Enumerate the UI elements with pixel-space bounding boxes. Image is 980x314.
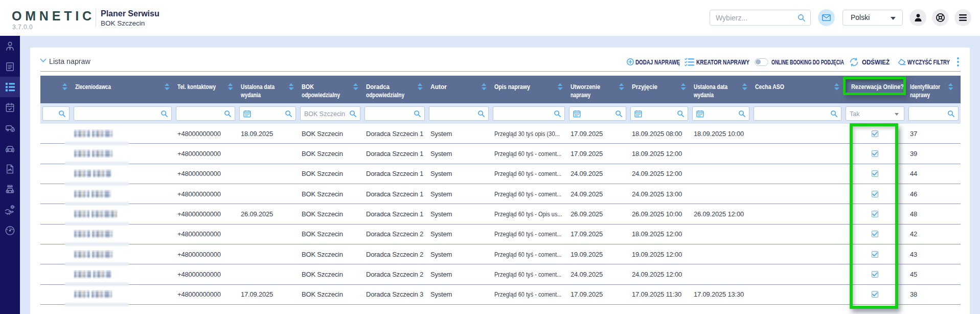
filter-search-col-actions[interactable] (42, 106, 70, 121)
redacted-client-name (74, 149, 171, 158)
table-row[interactable]: +48000000000BOK SzczecinDoradca Szczecin… (40, 164, 961, 184)
sidebar-item-orders[interactable] (0, 56, 20, 77)
global-search-input[interactable] (716, 11, 797, 25)
table-row[interactable]: +4800000000017.09.2025BOK SzczecinDoradc… (40, 285, 961, 305)
cell-col-identyfikator: 43 (906, 251, 961, 258)
filter-cell-col-tel (174, 103, 237, 124)
sidebar-item-services[interactable] (0, 199, 20, 220)
filter-search-col-zleceniodawca[interactable] (74, 106, 172, 121)
filter-date-col-ustalona-2[interactable] (692, 106, 749, 121)
table-row[interactable]: +48000000000BOK SzczecinDoradca Szczecin… (40, 264, 961, 284)
main-menu-button[interactable] (954, 9, 971, 26)
cell-col-identyfikator: 45 (906, 271, 961, 278)
panel-title: Lista napraw (49, 57, 90, 65)
header-col-doradca[interactable]: Doradcaodpowiedzialny (362, 76, 427, 103)
header-col-ustalona-2[interactable]: Ustalona datawydania (690, 76, 751, 103)
calendar-icon[interactable] (634, 110, 642, 118)
collapse-chevron-icon[interactable] (40, 58, 47, 63)
sort-icon[interactable] (353, 83, 358, 91)
support-button[interactable] (932, 9, 949, 26)
sort-icon[interactable] (417, 83, 423, 91)
messages-button[interactable] (818, 9, 835, 26)
sidebar-item-calendar[interactable] (0, 97, 20, 118)
header-col-przyjecie[interactable]: Przyjęcie (628, 76, 690, 103)
cell-col-doradca: Doradca Szczecin 2 (362, 271, 427, 278)
header-col-zleceniodawca[interactable]: Zleceniodawca (72, 76, 174, 103)
sort-icon[interactable] (948, 83, 953, 91)
svg-text:Ustalona data: Ustalona data (241, 83, 275, 91)
search-icon (797, 14, 806, 22)
filter-cell-col-actions (40, 103, 72, 124)
filter-cell-col-bok: BOK Szczecin (298, 103, 362, 124)
sidebar-item-vehicles[interactable] (0, 138, 20, 159)
table-row[interactable]: +48000000000BOK SzczecinDoradca Szczecin… (40, 184, 961, 204)
sort-icon[interactable] (62, 83, 67, 91)
table-row[interactable]: +4800000000026.09.2025BOK SzczecinDoradc… (40, 204, 961, 224)
header-col-opis[interactable]: Opis naprawy (491, 76, 567, 103)
svg-text:wydania: wydania (694, 91, 714, 99)
cell-col-opis: Przegląd 60 tyś - coment... (491, 190, 567, 198)
sidebar-item-dashboard[interactable] (0, 220, 20, 240)
help-icon (936, 13, 945, 23)
cell-col-autor: System (427, 150, 491, 158)
header-col-utworzenie[interactable]: Utworzenienaprawy (567, 76, 628, 103)
redacted-client-name (74, 250, 171, 259)
language-select[interactable]: Polski (842, 10, 903, 26)
sort-icon[interactable] (619, 83, 624, 91)
header-col-cecha-aso[interactable]: Cecha ASO (751, 76, 844, 103)
filter-cell-col-ustalona-1 (237, 103, 298, 124)
filter-search-col-autor[interactable] (429, 106, 489, 121)
header-col-autor[interactable]: Autor (427, 76, 491, 103)
calendar-icon[interactable] (243, 110, 251, 118)
filter-search-col-bok[interactable]: BOK Szczecin (300, 106, 360, 121)
filter-search-col-tel[interactable] (176, 106, 235, 121)
profile-button[interactable] (909, 9, 926, 26)
sort-icon[interactable] (557, 83, 563, 91)
cell-col-utworzenie: 24.09.2025 (567, 170, 628, 177)
sidebar-item-vehicle-pickup[interactable] (0, 118, 20, 138)
header-col-actions[interactable] (40, 76, 72, 103)
filter-search-col-doradca[interactable] (364, 106, 425, 121)
sort-icon[interactable] (680, 83, 686, 91)
toggle-off[interactable] (755, 54, 768, 70)
filter-date-col-utworzenie[interactable] (569, 106, 626, 121)
calendar-icon[interactable] (696, 110, 704, 118)
cell-col-tel: +48000000000 (174, 150, 237, 158)
sidebar-item-car-wash[interactable] (0, 179, 20, 199)
cell-col-ustalona-1: 17.09.2025 (237, 290, 298, 298)
sort-icon[interactable] (164, 83, 170, 91)
header-label: wydania (694, 91, 715, 99)
table-row[interactable]: +4800000000018.09.2025BOK SzczecinDoradc… (40, 124, 961, 144)
sidebar-item-customers[interactable] (0, 36, 20, 56)
sort-icon[interactable] (834, 83, 839, 91)
filter-search-col-opis[interactable] (493, 106, 565, 121)
cell-col-identyfikator: 38 (906, 290, 961, 298)
logo-divider (96, 9, 96, 27)
cell-col-przyjecie: 18.09.2025 08:00 (628, 130, 690, 138)
search-icon (830, 110, 838, 118)
table-row[interactable]: +48000000000BOK SzczecinDoradca Szczecin… (40, 225, 961, 244)
header-col-identyfikator[interactable]: Identyfikatornaprawy (906, 76, 961, 103)
svg-text:Autor: Autor (430, 83, 447, 91)
sidebar-item-repair-list[interactable] (0, 77, 20, 97)
header-col-tel[interactable]: Tel. kontaktowy (174, 76, 237, 103)
filter-date-col-przyjecie[interactable] (630, 106, 688, 121)
cell-col-utworzenie: 24.09.2025 (567, 271, 628, 278)
filter-search-col-cecha-aso[interactable] (754, 106, 841, 121)
filter-select-col-rezerwacja-online[interactable]: Tak (846, 106, 904, 121)
filter-date-col-ustalona-1[interactable] (239, 106, 296, 121)
sort-icon[interactable] (227, 83, 233, 91)
sort-icon[interactable] (481, 83, 487, 91)
more-options-button[interactable] (957, 54, 959, 70)
table-row[interactable]: +48000000000BOK SzczecinDoradca Szczecin… (40, 244, 961, 264)
sort-icon[interactable] (288, 83, 294, 91)
cell-col-doradca: Doradca Szczecin 2 (362, 230, 427, 238)
table-row[interactable]: +48000000000BOK SzczecinDoradca Szczecin… (40, 144, 961, 164)
filter-search-col-identyfikator[interactable] (908, 106, 959, 121)
header-col-ustalona-1[interactable]: Ustalona datawydania (237, 76, 298, 103)
sort-icon[interactable] (742, 83, 747, 91)
calendar-icon[interactable] (573, 110, 581, 118)
header-col-bok[interactable]: BOKodpowiedzialny (298, 76, 362, 103)
sidebar-item-documents[interactable] (0, 159, 20, 179)
cell-col-utworzenie: 24.09.2025 (567, 190, 628, 198)
